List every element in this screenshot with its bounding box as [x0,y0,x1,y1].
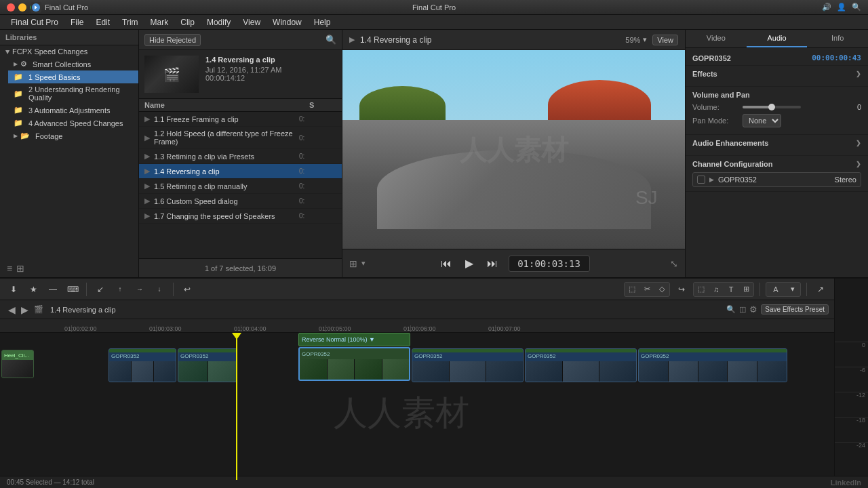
video-clip-selected[interactable]: GOPR0352 [298,347,410,381]
menu-fcp[interactable]: Final Cut Pro [5,16,64,28]
tab-video[interactable]: Video [686,30,747,47]
transform-icon[interactable]: ⬚ [625,283,639,296]
tool-group-media: ⬚ ♫ T ⊞ [693,282,754,297]
library-speed-basics[interactable]: 📁 1 Speed Basics [8,70,138,83]
clip-icon: ▶ [144,182,150,190]
select-tool-group: A ▾ [766,282,801,297]
key-tool[interactable]: ⌨ [64,282,81,297]
menu-help[interactable]: Help [309,16,336,28]
import-tool[interactable]: ⬇ [5,282,22,297]
footage-icon: 📂 [20,131,30,140]
status-text: 00:45 Selected — 14:12 total [7,479,94,486]
timeline-watermark: 人人素材 [334,390,469,436]
menu-trim[interactable]: Trim [117,16,144,28]
hide-rejected-btn[interactable]: Hide Rejected [144,34,201,46]
enhancements-expand-icon[interactable]: ❯ [856,140,861,146]
connected-clip-header[interactable]: Reverse Normal (100%) ▼ [298,333,410,346]
title-icon[interactable]: T [724,283,738,296]
close-button[interactable] [7,3,15,12]
list-item[interactable]: ▶ 1.2 Hold Speed (a different type of Fr… [139,127,342,149]
photo-icon[interactable]: ⬚ [694,283,709,296]
volume-slider[interactable] [743,106,801,108]
channel-checkbox[interactable] [697,176,705,184]
forward-button[interactable]: ⏭ [484,255,500,272]
channel-config-title: Channel Configuration ❯ [692,160,861,168]
video-clip-1[interactable]: GOPR0352 [108,348,176,382]
search-menu-icon[interactable]: 🔍 [852,3,861,12]
video-clip-6[interactable]: GOPR0352 [638,348,787,382]
film-icon: 🎬 [34,305,43,314]
list-item[interactable]: ▶ 1.6 Custom Speed dialog 0: [139,194,342,209]
timeline-settings-icon[interactable]: ⚙ [749,304,757,314]
view-button[interactable]: View [652,35,678,45]
clip-view-icon[interactable]: ⊞ [349,258,357,269]
zoom-in-icon[interactable]: 🔍 [726,305,736,314]
timeline-zoom-icon[interactable]: ◫ [739,305,746,314]
small-heel-clip[interactable]: Heel_Cli... [1,350,34,378]
menu-file[interactable]: File [65,16,89,28]
list-item[interactable]: ▶ 1.1 Freeze Framing a clip 0: [139,112,342,127]
watermark-2: SJ [635,187,658,209]
fullscreen-icon[interactable]: ⤡ [670,258,678,269]
channel-config-section: Channel Configuration ❯ ▶ GOPR0352 Stere… [686,156,868,192]
view-grid-icon[interactable]: ⊞ [16,263,24,274]
gen-icon[interactable]: ⊞ [738,283,753,296]
library-advanced-speed[interactable]: 📁 4 Advanced Speed Changes [8,117,138,129]
star-tool[interactable]: ★ [25,282,41,297]
browser-footer: ≡ ⊞ 1 of 7 selected, 16:09 [139,258,342,277]
library-adjustments[interactable]: 📁 3 Automatic Adjustments [8,104,138,117]
library-rendering[interactable]: 📁 2 Understanding Rendering Quality [8,83,138,104]
video-clip-5[interactable]: GOPR0352 [525,348,637,382]
save-effects-btn[interactable]: Save Effects Preset [761,304,829,314]
video-clip-4[interactable]: GOPR0352 [412,348,524,382]
menu-mark[interactable]: Mark [145,16,174,28]
clip-view-chevron[interactable]: ▾ [361,259,366,268]
inspector-tabs: Video Audio Info [686,30,868,48]
append-tool[interactable]: → [132,282,148,297]
menu-edit[interactable]: Edit [90,16,115,28]
list-item[interactable]: ▶ 1.7 Changing the speed of Speakers 0: [139,209,342,224]
play-button[interactable]: ▶ [462,254,476,272]
undo-tool[interactable]: ↩ [179,282,195,297]
library-fcpx[interactable]: ▶ FCPX Speed Changes [0,45,138,58]
overwrite-tool[interactable]: ↓ [151,282,167,297]
library-smart-collections[interactable]: ▶ ⚙ Smart Collections [8,58,138,70]
connect-tool[interactable]: ↙ [92,282,108,297]
list-item[interactable]: ▶ 1.5 Retiming a clip manually 0: [139,179,342,194]
minus-tool[interactable]: — [45,282,61,297]
music-icon[interactable]: ♫ [709,283,724,296]
ruler-tick-1: 01:00:02:00 [64,325,97,332]
menu-modify[interactable]: Modify [201,16,236,28]
select-tool-dropdown[interactable]: ▾ [785,283,800,296]
redo-tool[interactable]: ↪ [673,282,690,297]
video-clip-2[interactable]: GOPR0352 [178,348,237,382]
crop-icon[interactable]: ✂ [639,283,654,296]
menu-view[interactable]: View [237,16,266,28]
list-item[interactable]: ▶ 1.3 Retiming a clip via Presets 0: [139,149,342,164]
share-tool[interactable]: ↗ [812,282,829,297]
channel-expand-arrow[interactable]: ▶ [709,176,714,183]
zoom-chevron-icon[interactable]: ▾ [643,35,647,44]
pan-mode-select[interactable]: None [743,114,781,127]
minimize-button[interactable] [18,3,26,12]
tab-info[interactable]: Info [807,30,868,47]
select-tool-btn[interactable]: A [766,283,785,296]
list-item-selected[interactable]: ▶ 1.4 Reversing a clip 0: [139,164,342,179]
channel-config-expand[interactable]: ❯ [856,161,861,167]
inspector-panel: Video Audio Info GOPR0352 00:00:00:43 Ef… [685,30,868,277]
timeline-back-btn[interactable]: ◀ [5,304,18,315]
library-footage[interactable]: ▶ 📂 Footage [8,129,138,142]
viewer-zoom: 59% ▾ [625,35,647,44]
list-header: Name S [139,99,342,112]
tab-audio[interactable]: Audio [747,30,808,47]
timeline-fwd-btn[interactable]: ▶ [18,304,31,315]
upper-layout: Libraries ▶ FCPX Speed Changes ▶ ⚙ Smart… [0,30,868,277]
menu-window[interactable]: Window [267,16,307,28]
rewind-button[interactable]: ⏮ [438,255,454,272]
distort-icon[interactable]: ◇ [654,283,669,296]
menu-clip[interactable]: Clip [175,16,200,28]
view-list-icon[interactable]: ≡ [7,263,12,274]
effects-expand-icon[interactable]: ❯ [856,70,861,77]
insert-tool[interactable]: ↑ [112,282,128,297]
search-icon[interactable]: 🔍 [326,35,336,45]
